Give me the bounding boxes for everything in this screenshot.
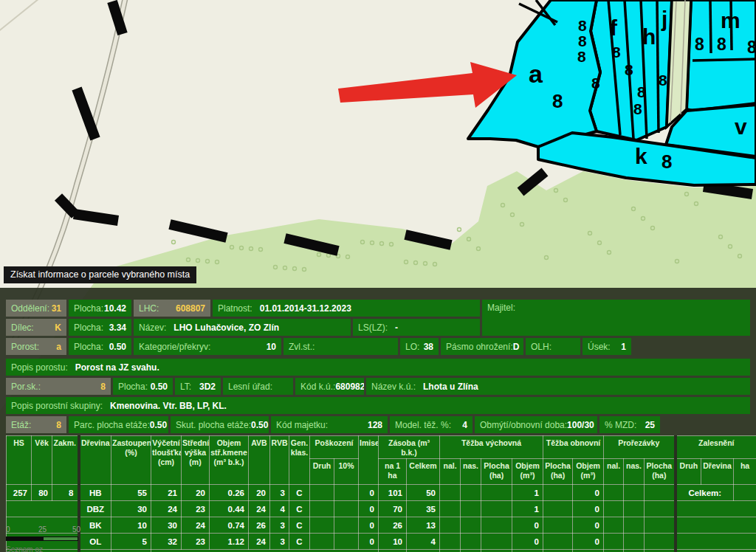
column-header: Plocha (ha) bbox=[645, 459, 676, 485]
table-cell: 20 bbox=[182, 485, 210, 501]
column-header: Věk bbox=[32, 436, 52, 485]
table-cell bbox=[624, 501, 645, 517]
column-group-header: Poškození bbox=[310, 436, 359, 459]
table-cell bbox=[645, 534, 676, 550]
column-header: na 1 ha bbox=[379, 459, 407, 485]
table-cell: 0 bbox=[573, 501, 604, 517]
table-cell: 0 bbox=[573, 517, 604, 534]
field-olh: OLH: bbox=[526, 338, 580, 355]
column-header: 10% bbox=[334, 459, 359, 485]
parcel-label: 8 bbox=[578, 32, 587, 49]
parcel-label: 8 bbox=[552, 90, 563, 112]
table-cell bbox=[310, 534, 334, 550]
parcel-label: 8 bbox=[591, 75, 600, 92]
field-porost: Porost:a bbox=[6, 338, 66, 355]
field-kod-majetku: Kód majetku:128 bbox=[271, 416, 388, 433]
table-cell: 0.26 bbox=[210, 485, 249, 501]
column-header: Druh bbox=[310, 459, 334, 485]
table-cell bbox=[624, 485, 645, 501]
table-cell: 70 bbox=[379, 501, 407, 517]
table-cell bbox=[461, 534, 481, 550]
table-cell: 23 bbox=[182, 501, 210, 517]
table-cell: 0.74 bbox=[210, 517, 249, 534]
table-cell bbox=[624, 534, 645, 550]
field-lesni-urad: Lesní úřad: bbox=[223, 378, 293, 395]
table-cell: 23 bbox=[182, 534, 210, 550]
table-cell bbox=[734, 485, 756, 501]
column-header: ha bbox=[734, 459, 756, 485]
field-oddeleni: Oddělení:31 bbox=[6, 300, 66, 317]
table-cell bbox=[481, 534, 512, 550]
table-cell: 55 bbox=[111, 485, 151, 501]
table-cell bbox=[310, 501, 334, 517]
field-majitel: Majitel: bbox=[482, 300, 750, 336]
table-cell: 3 bbox=[270, 517, 289, 534]
column-header: Výčetní tloušťka (cm) bbox=[151, 436, 182, 485]
forest-road-strip bbox=[667, 0, 691, 127]
table-cell bbox=[645, 517, 676, 534]
table-cell: 24 bbox=[249, 534, 270, 550]
parcel-label: a bbox=[529, 60, 543, 88]
field-plocha-porsk: Plocha:0.50 bbox=[113, 378, 173, 395]
column-header: Druh bbox=[676, 459, 701, 485]
table-cell bbox=[334, 501, 359, 517]
table-cell bbox=[440, 501, 461, 517]
table-cell: 8 bbox=[52, 485, 79, 501]
table-cell: 0 bbox=[573, 485, 604, 501]
table-cell: 0 bbox=[512, 534, 543, 550]
parcel-label: 8 bbox=[577, 48, 586, 65]
table-cell bbox=[310, 485, 334, 501]
table-cell: 0 bbox=[512, 517, 543, 534]
table-cell bbox=[334, 534, 359, 550]
parcel-label: k bbox=[635, 144, 647, 168]
table-cell: 26 bbox=[249, 517, 270, 534]
table-cell: 0.44 bbox=[210, 501, 249, 517]
table-cell bbox=[543, 485, 573, 501]
table-cell: Celkem: bbox=[676, 485, 734, 501]
field-parc-plocha: Parc. plocha etáže:0.50 bbox=[69, 416, 168, 433]
table-cell bbox=[676, 534, 756, 550]
table-cell: 30 bbox=[151, 517, 182, 534]
parcel-label: 8 bbox=[612, 44, 621, 61]
info-row-etaz: Etáž:8 Parc. plocha etáže:0.50 Skut. plo… bbox=[6, 416, 660, 433]
column-group-header: Prořezávky bbox=[604, 436, 676, 459]
scale-caption: Seznam oz bbox=[6, 545, 43, 552]
table-cell: 10 bbox=[111, 517, 151, 534]
table-cell bbox=[481, 517, 512, 534]
table-cell: C bbox=[289, 501, 310, 517]
table-cell bbox=[604, 534, 624, 550]
table-cell: 24 bbox=[182, 517, 210, 534]
table-cell bbox=[334, 485, 359, 501]
table-cell bbox=[440, 534, 461, 550]
column-group-header: Těžba obnovní bbox=[543, 436, 604, 459]
table-cell bbox=[676, 501, 756, 517]
table-cell bbox=[310, 517, 334, 534]
column-header: Dřevina bbox=[79, 436, 111, 485]
field-pasmo: Pásmo ohrožení:D bbox=[441, 338, 523, 355]
table-row: 257808HB5521200.26203C01015010Celkem: bbox=[7, 485, 756, 501]
table-cell: 0 bbox=[573, 534, 604, 550]
field-platnost: Platnost:01.01.2014-31.12.2023 bbox=[213, 300, 480, 317]
column-header: Gen. klas. bbox=[289, 436, 310, 485]
stand-table: HS Věk Zakm. Dřevina Zastoupení (%) Výče… bbox=[6, 435, 756, 552]
parcel-label: 8 bbox=[578, 17, 587, 34]
parcel-label: 8 bbox=[637, 83, 646, 100]
field-porsk: Por.sk.:8 bbox=[6, 378, 111, 395]
parcel-label: m bbox=[721, 8, 740, 32]
table-cell bbox=[645, 501, 676, 517]
species-tbody: 257808HB5521200.26203C01015010Celkem:DBZ… bbox=[7, 485, 756, 552]
table-cell: C bbox=[289, 485, 310, 501]
table-cell: 101 bbox=[379, 485, 407, 501]
field-popis-porostu: Popis porostu:Porost na JZ svahu. bbox=[6, 359, 750, 376]
column-group-header: Těžba výchovná bbox=[440, 436, 543, 459]
table-cell: 24 bbox=[249, 501, 270, 517]
table-cell bbox=[604, 501, 624, 517]
parcel-label: 8 bbox=[662, 151, 672, 173]
table-row: BK1030240.74263C0261300 bbox=[7, 517, 756, 534]
scale-tick: 0 bbox=[6, 525, 10, 534]
parcel-label: 8 bbox=[717, 35, 726, 54]
column-header: Celkem bbox=[407, 459, 440, 485]
parcel-label: v bbox=[735, 114, 747, 139]
info-row-porsk: Por.sk.:8 Plocha:0.50 LT:3D2 Lesní úřad:… bbox=[6, 378, 750, 395]
info-row-dilec: Dílec:K Plocha:3.34 Název:LHO Luhačovice… bbox=[6, 319, 480, 336]
